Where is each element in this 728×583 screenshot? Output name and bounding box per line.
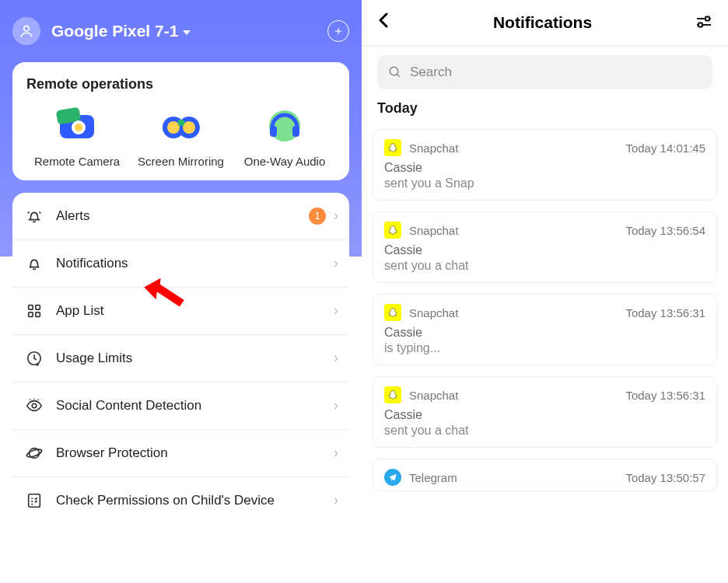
notification-list: Snapchat Today 14:01:45 Cassie sent you … [362,121,728,491]
checklist-icon [23,490,45,511]
remote-camera-item[interactable]: Remote Camera [26,100,128,169]
headphones-icon [260,100,310,150]
menu-item-usage-limits[interactable]: Usage Limits › [12,335,349,382]
section-today: Today [362,100,728,117]
alerts-badge: 1 [309,208,326,225]
chevron-right-icon: › [334,492,338,508]
app-name: Snapchat [409,389,458,402]
features-menu: Alerts 1 › Notifications › App List › [12,193,349,524]
svg-point-10 [183,121,195,134]
notification-card[interactable]: Snapchat Today 14:01:45 Cassie sent you … [373,129,717,201]
notifications-label: Notifications [56,256,334,271]
notification-card[interactable]: Snapchat Today 13:56:54 Cassie sent you … [373,211,717,283]
camera-icon [52,100,102,150]
back-button[interactable] [377,12,390,33]
usage-limits-label: Usage Limits [56,351,334,366]
page-title: Notifications [493,13,592,32]
social-content-label: Social Content Detection [56,398,334,414]
svg-rect-18 [36,312,40,317]
svg-point-6 [75,124,82,131]
header-row: Google Pixel 7-1 [12,17,349,45]
svg-point-29 [390,67,398,75]
chevron-right-icon: › [334,397,338,414]
menu-item-app-list[interactable]: App List › [12,288,349,335]
notification-body: sent you a chat [384,259,705,273]
svg-rect-17 [29,312,33,317]
alerts-label: Alerts [56,208,309,224]
search-icon [388,65,402,79]
notification-time: Today 13:56:31 [625,389,705,402]
alert-icon [23,205,45,227]
chevron-right-icon: › [334,350,338,366]
menu-item-check-permissions[interactable]: Check Permissions on Child's Device › [12,477,349,524]
chevron-right-icon: › [334,208,338,224]
notification-sender: Cassie [384,243,705,257]
svg-rect-28 [698,23,702,27]
device-selector[interactable]: Google Pixel 7-1 [51,22,191,40]
svg-rect-14 [292,126,299,137]
notification-body: sent you a Snap [384,176,705,190]
one-way-audio-label: One-Way Audio [244,155,326,169]
eye-icon [23,395,45,417]
notification-sender: Cassie [384,408,705,422]
chevron-right-icon: › [334,302,338,319]
notification-time: Today 13:56:54 [625,224,705,237]
check-permissions-label: Check Permissions on Child's Device [56,493,334,508]
screen-mirroring-label: Screen Mirroring [138,155,224,169]
one-way-audio-item[interactable]: One-Way Audio [234,100,335,169]
planet-icon [23,442,45,464]
chevron-right-icon: › [334,255,338,271]
dashboard-panel: Google Pixel 7-1 Remote operations [0,0,362,583]
svg-rect-13 [270,126,277,137]
snapchat-icon [384,139,401,156]
menu-item-notifications[interactable]: Notifications › [12,240,349,288]
filter-button[interactable] [695,14,712,31]
binoculars-icon [156,100,206,150]
app-name: Snapchat [409,141,458,155]
svg-point-20 [32,403,37,408]
svg-rect-27 [705,17,709,21]
remote-operations-card: Remote operations Remote Camera [12,62,349,180]
svg-line-30 [397,74,400,77]
divider [362,45,728,46]
chevron-right-icon: › [334,445,338,461]
remote-camera-label: Remote Camera [34,155,120,169]
snapchat-icon [384,222,401,239]
snapchat-icon [384,304,401,321]
app-name: Telegram [409,471,457,484]
screen-mirroring-item[interactable]: Screen Mirroring [131,100,232,169]
clock-limit-icon [23,347,45,369]
search-input[interactable] [410,65,702,80]
menu-item-social-content[interactable]: Social Content Detection › [12,382,349,430]
svg-rect-15 [29,305,33,309]
notification-time: Today 13:56:31 [625,306,705,319]
notification-sender: Cassie [384,326,705,340]
menu-item-browser-protection[interactable]: Browser Protection › [12,430,349,477]
add-device-button[interactable] [327,20,349,42]
app-name: Snapchat [409,224,458,237]
notification-card[interactable]: Snapchat Today 13:56:31 Cassie sent you … [373,376,717,448]
svg-rect-16 [36,305,40,309]
notifications-panel: Notifications Today Snapchat Today 14:01… [362,0,728,583]
notification-time: Today 13:50:57 [625,471,705,484]
notification-card[interactable]: Snapchat Today 13:56:31 Cassie is typing… [373,294,717,365]
svg-point-0 [24,26,30,31]
app-list-label: App List [56,303,334,319]
device-name-label: Google Pixel 7-1 [51,22,178,40]
svg-rect-23 [29,494,40,508]
caret-down-icon [183,30,191,35]
notification-body: sent you a chat [384,424,705,438]
telegram-icon [384,469,401,486]
search-bar[interactable] [377,55,712,89]
bell-icon [23,253,45,274]
remote-ops-title: Remote operations [26,76,335,93]
svg-rect-11 [178,120,184,126]
svg-point-22 [26,448,42,459]
app-name: Snapchat [409,306,458,319]
menu-item-alerts[interactable]: Alerts 1 › [12,193,349,240]
notification-card[interactable]: Telegram Today 13:50:57 [373,459,717,491]
grid-icon [23,300,45,322]
avatar[interactable] [12,17,40,45]
browser-protection-label: Browser Protection [56,445,334,461]
notifications-header: Notifications [362,0,728,45]
